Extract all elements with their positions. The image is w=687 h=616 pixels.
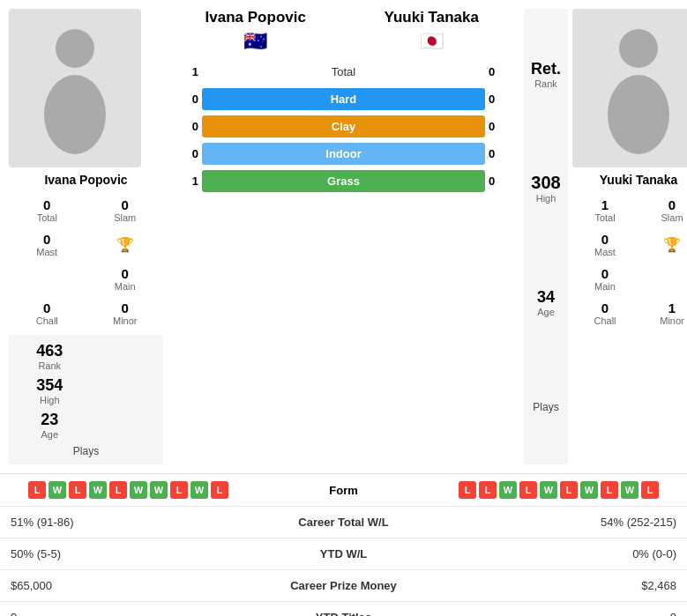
left-player-section: Ivana Popovic 0Total0Slam0Mast🏆0Main0Cha…	[9, 9, 163, 464]
form-badge-left: L	[170, 481, 188, 499]
left-player-avatar	[9, 9, 141, 167]
total-score-left: 1	[172, 65, 198, 78]
right-name-display: Yuuki Tanaka	[344, 9, 520, 26]
form-badge-left: W	[130, 481, 147, 499]
form-badge-right: L	[641, 481, 659, 499]
stats-block: 463Rank	[16, 342, 84, 371]
empty2	[639, 263, 687, 295]
trophy-icon: 🏆	[87, 228, 164, 261]
indoor-btn[interactable]: Indoor	[202, 143, 485, 165]
prize-right: $2,468	[460, 570, 687, 602]
slam-cell: 0Slam	[87, 194, 164, 226]
form-badges-right: LLWLWLWLWL	[459, 481, 678, 499]
ytd-wl-label: YTD W/L	[227, 538, 460, 570]
right-age-label: Age	[537, 307, 555, 317]
indoor-score-left: 0	[172, 147, 198, 160]
main-cell: 0Main	[572, 263, 638, 295]
svg-point-1	[44, 75, 106, 154]
left-name-center: Ivana Popovic 🇦🇺	[168, 9, 344, 53]
left-flag: 🇦🇺	[168, 30, 344, 53]
prize-left: $65,000	[0, 570, 227, 602]
form-badge-left: L	[109, 481, 127, 499]
clay-score-right: 0	[489, 120, 515, 133]
right-avatar-silhouette	[594, 18, 683, 159]
slam-cell: 0Slam	[639, 194, 687, 226]
prize-row: $65,000 Career Prize Money $2,468	[0, 570, 687, 602]
svg-point-2	[619, 29, 658, 68]
grass-score-right: 0	[489, 174, 515, 188]
right-name-center: Yuuki Tanaka 🇯🇵	[344, 9, 520, 53]
right-player-avatar	[572, 9, 687, 167]
right-plays-block: Plays	[533, 401, 558, 413]
ytd-wl-row: 50% (5-5) YTD W/L 0% (0-0)	[0, 538, 687, 570]
form-badge-right: W	[580, 481, 598, 499]
form-badge-right: W	[540, 481, 557, 499]
prize-label: Career Prize Money	[227, 570, 460, 602]
stats-table: 51% (91-86) Career Total W/L 54% (252-21…	[0, 506, 687, 616]
stats-block: 23Age	[16, 411, 84, 440]
minor-cell: 0Minor	[87, 297, 164, 330]
indoor-row: 0 Indoor 0	[163, 140, 524, 167]
stats-block: 354High	[16, 376, 84, 405]
clay-score-left: 0	[172, 120, 198, 133]
form-badge-left: W	[49, 481, 66, 499]
total-cell: 1Total	[572, 194, 638, 226]
titles-right: 0	[460, 602, 687, 617]
form-section: LWLWLWWLWL Form LLWLWLWLWL	[0, 473, 687, 506]
top-section: Ivana Popovic 0Total0Slam0Mast🏆0Main0Cha…	[0, 0, 687, 473]
right-age-block: 34 Age	[537, 288, 555, 317]
clay-row: 0 Clay 0	[163, 113, 524, 140]
career-wl-left: 51% (91-86)	[0, 507, 227, 538]
main-container: Ivana Popovic 0Total0Slam0Mast🏆0Main0Cha…	[0, 0, 687, 616]
form-badge-right: L	[560, 481, 578, 499]
chall-cell: 0Chall	[572, 297, 638, 330]
trophy: 🏆	[116, 236, 134, 253]
right-player-section: Ret. Rank 308 High 34 Age Plays	[524, 9, 678, 464]
right-flag: 🇯🇵	[344, 30, 520, 53]
hard-score-left: 0	[172, 93, 198, 106]
right-stats-panel: Ret. Rank 308 High 34 Age Plays	[524, 9, 568, 464]
right-high-value: 308	[531, 173, 560, 193]
hard-row: 0 Hard 0	[163, 85, 524, 113]
left-name-display: Ivana Popovic	[168, 9, 344, 26]
left-name-text: Ivana Popovic	[168, 9, 344, 26]
left-player-name: Ivana Popovic	[9, 173, 163, 187]
form-badge-left: W	[190, 481, 208, 499]
hard-score-right: 0	[489, 93, 515, 106]
trophy: 🏆	[663, 236, 681, 253]
form-badge-right: L	[519, 481, 537, 499]
total-btn[interactable]: Total	[202, 61, 485, 83]
form-badge-left: L	[211, 481, 228, 499]
svg-point-3	[608, 75, 669, 154]
left-stats-panel: 463Rank354High23AgePlays	[9, 335, 163, 464]
main-cell: 0Main	[87, 263, 164, 295]
form-badge-right: L	[459, 481, 476, 499]
minor-cell: 1Minor	[639, 297, 687, 330]
total-row: 1 Total 0	[163, 58, 524, 85]
right-high-label: High	[531, 193, 560, 204]
form-label: Form	[234, 484, 453, 497]
indoor-score-right: 0	[489, 147, 515, 160]
hard-btn[interactable]: Hard	[202, 88, 485, 110]
career-wl-label: Career Total W/L	[227, 507, 460, 538]
right-plays-label: Plays	[533, 401, 558, 413]
chall-cell: 0Chall	[9, 297, 86, 330]
right-rank-block: Ret. Rank	[531, 60, 561, 89]
form-badges-left: LWLWLWWLWL	[9, 481, 228, 499]
grass-btn[interactable]: Grass	[202, 170, 485, 192]
grass-score-left: 1	[172, 174, 198, 188]
names-flags-row: Ivana Popovic 🇦🇺 Yuuki Tanaka 🇯🇵	[163, 9, 524, 58]
right-age-value: 34	[537, 288, 555, 307]
mast-cell: 0Mast	[9, 228, 86, 261]
form-badge-left: L	[69, 481, 86, 499]
trophy-icon: 🏆	[639, 228, 687, 261]
right-high-block: 308 High	[531, 173, 560, 204]
titles-label: YTD Titles	[227, 602, 460, 617]
form-badge-left: W	[89, 481, 107, 499]
right-player-stats-grid: 1Total0Slam0Mast🏆0Main0Chall1Minor	[572, 194, 687, 330]
career-wl-right: 54% (252-215)	[460, 507, 687, 538]
clay-btn[interactable]: Clay	[202, 115, 485, 137]
center-section: Ivana Popovic 🇦🇺 Yuuki Tanaka 🇯🇵 1 Total…	[163, 9, 524, 464]
right-rank-label: Rank	[531, 78, 561, 89]
right-avatar-col: Yuuki Tanaka 1Total0Slam0Mast🏆0Main0Chal…	[572, 9, 687, 464]
